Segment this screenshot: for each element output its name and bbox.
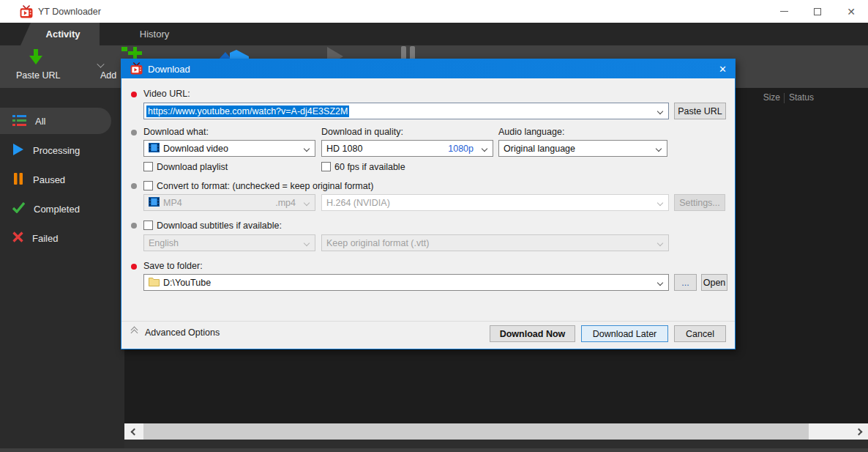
quality-label: Download in quality: <box>321 127 403 137</box>
settings-button: Settings... <box>674 194 725 211</box>
quality-value: HD 1080 <box>326 144 362 154</box>
film-icon <box>149 142 160 155</box>
convert-format-label: Convert to format: (unchecked = keep ori… <box>157 181 373 191</box>
tab-history[interactable]: History <box>117 23 192 45</box>
tab-activity-label: Activity <box>46 29 81 40</box>
maximize-icon <box>814 8 821 15</box>
subtitles-label: Download subtitles if available: <box>157 221 282 231</box>
open-folder-button[interactable]: Open <box>701 274 727 291</box>
minimize-icon <box>780 11 788 12</box>
dialog-close-button[interactable]: ✕ <box>711 59 735 78</box>
sidebar-item-all[interactable]: All <box>0 107 124 135</box>
tab-history-label: History <box>140 29 169 40</box>
chevron-down-icon <box>657 280 663 286</box>
scrollbar-thumb[interactable] <box>143 423 809 440</box>
fps-label: 60 fps if available <box>334 162 405 172</box>
audio-language-label: Audio language: <box>498 127 564 137</box>
subtitles-language-dropdown: English <box>143 234 315 251</box>
save-folder-dropdown[interactable]: D:\YouTube <box>143 274 669 291</box>
codec-value: H.264 (NVIDIA) <box>326 198 390 208</box>
sidebar: All Processing Paused Completed Failed <box>0 88 124 452</box>
save-folder-label: Save to folder: <box>143 261 203 271</box>
column-header-status[interactable]: Status <box>789 92 814 103</box>
list-all-icon <box>12 114 26 128</box>
download-what-label: Download what: <box>143 127 209 137</box>
folder-icon <box>149 277 160 289</box>
chevron-down-icon <box>304 200 310 206</box>
scroll-left-icon <box>130 428 138 435</box>
cancel-button[interactable]: Cancel <box>674 325 726 342</box>
quality-dropdown[interactable]: HD 1080 1080p <box>321 140 493 157</box>
chevron-down-icon <box>482 146 487 152</box>
app-window: YT Downloader ✕ Activity History Paste U… <box>0 0 868 452</box>
sidebar-item-completed[interactable]: Completed <box>0 195 124 223</box>
subtitles-format-dropdown: Keep original format (.vtt) <box>321 234 669 251</box>
minimize-button[interactable] <box>767 0 801 23</box>
sidebar-item-label: Completed <box>34 204 80 215</box>
sidebar-item-processing[interactable]: Processing <box>0 136 124 164</box>
download-later-button[interactable]: Download Later <box>581 325 668 342</box>
window-title: YT Downloader <box>38 0 101 23</box>
fps-checkbox[interactable] <box>321 162 331 171</box>
horizontal-scrollbar <box>124 423 868 440</box>
download-dialog: Download ✕ Video URL: https://www.youtub… <box>121 59 736 349</box>
option-bullet <box>131 183 137 189</box>
paste-url-toolbar-button[interactable]: Paste URL <box>16 70 60 81</box>
option-bullet <box>131 130 137 136</box>
download-what-dropdown[interactable]: Download video <box>143 140 315 157</box>
completed-check-icon <box>12 202 25 215</box>
dialog-titlebar: Download <box>121 59 735 78</box>
sidebar-item-label: Processing <box>33 145 80 156</box>
download-arrow-icon <box>28 49 44 70</box>
tab-activity[interactable]: Activity <box>20 23 100 45</box>
maximize-button[interactable] <box>801 0 834 23</box>
add-plus-icon-bar <box>128 51 142 55</box>
format-value: MP4 <box>163 198 182 208</box>
sidebar-item-label: Failed <box>32 233 58 244</box>
video-url-value: https://www.youtube.com/watch?v=A-dj4E3S… <box>146 105 349 117</box>
convert-format-checkbox[interactable] <box>143 181 153 190</box>
advanced-options-toggle[interactable] <box>132 327 137 336</box>
codec-dropdown: H.264 (NVIDIA) <box>321 194 669 211</box>
dialog-title: Download <box>148 64 190 75</box>
video-url-label: Video URL: <box>143 89 190 99</box>
chevron-down-icon <box>304 240 310 246</box>
audio-language-value: Original language <box>504 144 575 154</box>
download-playlist-checkbox[interactable] <box>143 162 153 171</box>
chevron-down-icon <box>656 146 662 152</box>
download-what-value: Download video <box>163 144 228 154</box>
footer-separator <box>121 321 735 322</box>
add-toolbar-button[interactable]: Add <box>100 70 116 81</box>
window-titlebar: YT Downloader ✕ <box>0 0 868 23</box>
required-bullet <box>131 264 137 270</box>
dialog-tv-icon <box>130 62 143 78</box>
scroll-right-button[interactable] <box>849 423 868 440</box>
chevron-down-icon <box>657 240 663 246</box>
paste-url-dropdown-chevron-icon[interactable] <box>97 60 104 67</box>
advanced-options-label[interactable]: Advanced Options <box>145 327 220 338</box>
audio-language-dropdown[interactable]: Original language <box>498 140 667 157</box>
sidebar-item-label: All <box>35 116 45 127</box>
video-url-input[interactable]: https://www.youtube.com/watch?v=A-dj4E3S… <box>143 103 669 119</box>
subtitles-format-value: Keep original format (.vtt) <box>326 238 429 248</box>
sidebar-item-paused[interactable]: Paused <box>0 166 124 193</box>
app-tv-icon <box>20 5 33 21</box>
save-folder-value: D:\YouTube <box>163 278 211 288</box>
paused-pause-icon <box>12 173 24 187</box>
add-list-icon[interactable] <box>121 47 127 51</box>
scroll-left-button[interactable] <box>124 423 143 440</box>
failed-x-icon <box>12 231 23 245</box>
browse-folder-button[interactable]: ... <box>674 274 697 291</box>
subtitles-checkbox[interactable] <box>143 221 153 230</box>
sidebar-item-failed[interactable]: Failed <box>0 224 124 252</box>
chevron-down-icon[interactable] <box>657 108 663 114</box>
column-header-size[interactable]: Size <box>744 92 780 103</box>
close-button[interactable]: ✕ <box>834 0 868 23</box>
paste-url-button[interactable]: Paste URL <box>674 103 726 119</box>
download-playlist-label: Download playlist <box>157 162 228 172</box>
subtitles-language-value: English <box>149 238 179 248</box>
sidebar-item-label: Paused <box>33 174 65 185</box>
film-icon <box>149 196 160 210</box>
download-now-button[interactable]: Download Now <box>490 325 575 342</box>
format-dropdown: MP4 .mp4 <box>143 194 315 211</box>
